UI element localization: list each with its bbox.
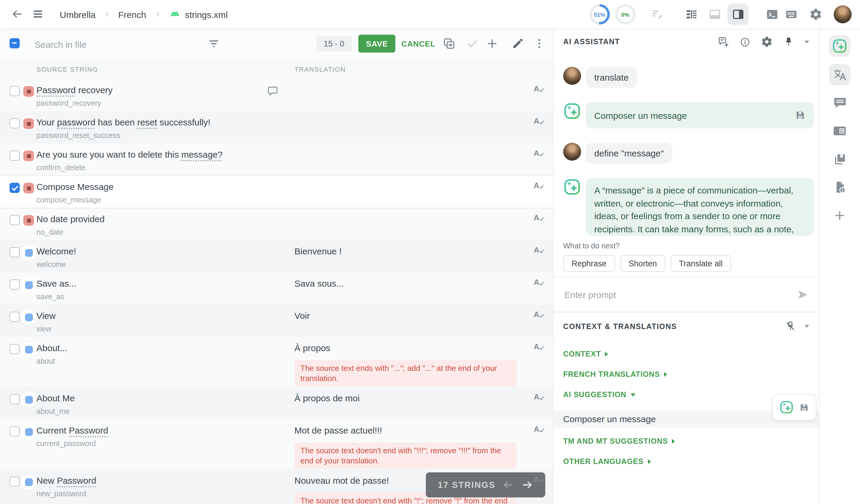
proofread-icon[interactable]: [534, 342, 545, 351]
right-panel-view-button[interactable]: [728, 3, 749, 25]
add-panel-tab[interactable]: [829, 205, 850, 226]
table-row[interactable]: View view Voir: [0, 304, 553, 337]
row-checkbox[interactable]: [10, 476, 20, 487]
save-suggestion-icon[interactable]: [795, 110, 806, 121]
draft-edit-icon[interactable]: [651, 8, 664, 21]
search-input[interactable]: [33, 35, 191, 54]
proofread-icon[interactable]: [534, 475, 545, 484]
back-icon[interactable]: [11, 8, 23, 20]
translation-cell[interactable]: À propos The source text ends with "..."…: [295, 342, 517, 386]
copy-source-icon[interactable]: [443, 37, 456, 50]
save-suggestion-icon[interactable]: [799, 402, 809, 412]
context-section-label: FRENCH TRANSLATIONS: [563, 370, 660, 379]
more-options-icon[interactable]: [533, 37, 546, 50]
quick-action-button[interactable]: Rephrase: [563, 255, 615, 272]
translation-cell[interactable]: Bienvenue !: [295, 245, 517, 257]
filter-icon[interactable]: [207, 37, 220, 50]
proofread-icon[interactable]: [534, 213, 545, 222]
file-context-tab[interactable]: [829, 176, 850, 198]
row-checkbox[interactable]: [10, 247, 20, 257]
proofread-icon[interactable]: [534, 149, 545, 158]
translation-cell[interactable]: Sava sous...: [295, 278, 517, 289]
translation-cell[interactable]: Mot de passe actuel!!! The source text d…: [295, 424, 517, 469]
ai-suggestion-item[interactable]: Composer un message: [554, 411, 819, 428]
settings-gear-icon[interactable]: [809, 8, 822, 21]
console-icon[interactable]: [766, 8, 779, 21]
edit-pencil-icon[interactable]: [511, 37, 524, 50]
context-section-label: AI SUGGESTION: [563, 390, 627, 399]
proofread-icon[interactable]: [534, 181, 545, 190]
row-checkbox[interactable]: [10, 279, 20, 290]
proofread-icon[interactable]: [534, 424, 545, 433]
row-checkbox[interactable]: [10, 344, 20, 354]
select-all-checkbox[interactable]: [10, 38, 20, 48]
approval-progress-ring[interactable]: 0%: [615, 4, 635, 25]
menu-icon[interactable]: [32, 8, 44, 20]
row-checkbox[interactable]: [10, 150, 20, 161]
context-section-link[interactable]: FRENCH TRANSLATIONS: [563, 370, 809, 379]
collapse-caret-icon[interactable]: [804, 325, 809, 328]
row-checkbox[interactable]: [10, 312, 20, 322]
row-checkbox[interactable]: [10, 215, 20, 225]
side-by-side-view-icon[interactable]: [685, 8, 698, 21]
approve-check-icon[interactable]: [466, 37, 479, 50]
send-prompt-icon[interactable]: [797, 288, 809, 301]
quick-action-button[interactable]: Shorten: [620, 255, 665, 272]
cancel-button[interactable]: CANCEL: [399, 35, 438, 53]
next-page-icon[interactable]: [521, 479, 533, 491]
table-row[interactable]: No date provided no_date: [0, 208, 553, 240]
proofread-icon[interactable]: [534, 116, 545, 126]
context-section-link[interactable]: OTHER LANGUAGES: [563, 457, 809, 466]
translation-progress-ring[interactable]: 51%: [589, 4, 610, 25]
table-row[interactable]: About... about À propos The source text …: [0, 337, 553, 387]
table-row[interactable]: About Me about_me À propos de moi: [0, 387, 553, 419]
breadcrumb-language[interactable]: French: [118, 9, 146, 19]
proofread-icon[interactable]: [534, 278, 545, 287]
breadcrumb-file-label: strings.xml: [185, 9, 228, 19]
string-info-tab[interactable]: [829, 120, 850, 142]
context-section-link[interactable]: CONTEXT: [563, 350, 809, 358]
glossary-tab[interactable]: [829, 148, 850, 170]
ai-assistant-icon[interactable]: [779, 400, 794, 414]
table-row[interactable]: Current Password current_password Mot de…: [0, 419, 553, 470]
bottom-panel-view-icon[interactable]: [708, 8, 721, 21]
table-row[interactable]: Compose Message compose_message: [0, 175, 553, 208]
proofread-icon[interactable]: [534, 245, 545, 255]
assistant-settings-gear-icon[interactable]: [761, 36, 773, 48]
row-checkbox[interactable]: [10, 183, 20, 193]
quick-action-button[interactable]: Translate all: [671, 255, 731, 272]
keyboard-shortcuts-icon[interactable]: [785, 8, 798, 21]
ai-assistant-tab[interactable]: [829, 35, 850, 57]
add-comment-icon[interactable]: [717, 36, 729, 48]
context-section-link[interactable]: TM AND MT SUGGESTIONS: [563, 437, 809, 446]
unpin-icon[interactable]: [785, 321, 796, 332]
add-string-icon[interactable]: [486, 37, 499, 50]
table-row[interactable]: Are you sure you want to delete this mes…: [0, 143, 553, 175]
proofread-icon[interactable]: [534, 84, 545, 93]
table-row[interactable]: Save as... save_as Sava sous...: [0, 272, 553, 304]
ai-assistant-panel: AI ASSISTANT translate Composer un messa…: [553, 29, 819, 504]
row-checkbox[interactable]: [10, 427, 20, 436]
row-checkbox[interactable]: [10, 86, 20, 96]
comments-tab[interactable]: [829, 92, 850, 113]
save-button[interactable]: SAVE: [358, 35, 396, 53]
row-checkbox[interactable]: [10, 394, 20, 404]
translate-tab[interactable]: [829, 64, 850, 85]
breadcrumb-project[interactable]: Umbrella: [60, 9, 96, 19]
table-row[interactable]: Welcome! welcome Bienvenue !: [0, 240, 553, 272]
prompt-input[interactable]: [563, 289, 797, 300]
comment-icon[interactable]: [267, 85, 279, 97]
proofread-icon[interactable]: [534, 392, 545, 401]
collapse-caret-icon[interactable]: [804, 40, 809, 43]
row-checkbox[interactable]: [10, 118, 20, 128]
info-icon[interactable]: [739, 36, 751, 47]
proofread-icon[interactable]: [534, 310, 545, 319]
table-row[interactable]: Password recovery password_recovery: [0, 79, 553, 111]
user-avatar[interactable]: [834, 5, 852, 23]
pin-icon[interactable]: [783, 36, 794, 47]
translation-cell[interactable]: À propos de moi: [295, 392, 517, 404]
translation-cell[interactable]: Voir: [295, 310, 517, 321]
previous-page-icon[interactable]: [503, 479, 515, 491]
table-row[interactable]: Your password has been reset successfull…: [0, 111, 553, 143]
breadcrumb-file[interactable]: strings.xml: [169, 8, 228, 20]
